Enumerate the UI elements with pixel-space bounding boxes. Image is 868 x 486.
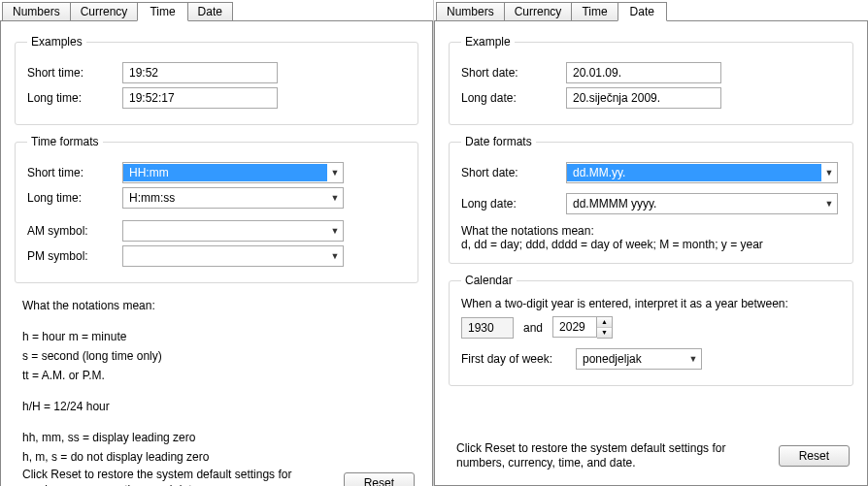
pm-symbol-combo[interactable]: ▼ (122, 245, 344, 267)
examples-group: Examples Short time: Long time: (15, 35, 418, 125)
long-date-format-combo[interactable]: dd.MMMM yyyy.▼ (566, 193, 838, 214)
long-date-label: Long date: (461, 91, 566, 105)
year-from-field (461, 317, 514, 339)
year-to-field[interactable] (552, 316, 597, 338)
right-pane: Numbers Currency Time Date Example Short… (434, 0, 868, 486)
date-notation-line: d, dd = day; ddd, dddd = day of week; M … (461, 238, 841, 251)
long-date-format-label: Long date: (461, 197, 566, 211)
short-date-format-label: Short date: (461, 166, 566, 179)
tab-content-time: Examples Short time: Long time: Time for… (0, 20, 433, 486)
two-digit-year-label: When a two-digit year is entered, interp… (461, 297, 841, 310)
tab-numbers[interactable]: Numbers (2, 2, 71, 21)
date-formats-legend: Date formats (461, 135, 536, 148)
am-symbol-combo[interactable]: ▼ (122, 220, 344, 242)
first-day-label: First day of week: (461, 352, 576, 366)
short-date-example (566, 62, 721, 83)
chevron-down-icon: ▼ (821, 168, 837, 178)
short-date-format-combo[interactable]: dd.MM.yy.▼ (566, 162, 838, 183)
chevron-down-icon: ▼ (821, 199, 837, 209)
long-time-format-combo[interactable]: H:mm:ss▼ (122, 187, 344, 209)
chevron-down-icon: ▼ (327, 168, 343, 178)
short-time-format-combo[interactable]: HH:mm▼ (122, 162, 344, 183)
chevron-down-icon: ▼ (327, 226, 343, 236)
tab-currency[interactable]: Currency (70, 2, 139, 21)
long-time-label: Long time: (27, 91, 122, 105)
long-time-example (122, 87, 278, 109)
example-group: Example Short date: Long date: (449, 35, 853, 125)
time-formats-group: Time formats Short time: HH:mm▼ Long tim… (15, 135, 418, 283)
tab-date[interactable]: Date (187, 2, 233, 21)
chevron-down-icon: ▼ (685, 354, 701, 364)
date-notation-title: What the notations mean: (461, 224, 841, 238)
am-symbol-label: AM symbol: (27, 224, 122, 238)
short-time-example (122, 62, 278, 83)
chevron-down-icon: ▼ (327, 251, 343, 261)
tab-time[interactable]: Time (137, 2, 187, 21)
long-date-example (566, 87, 721, 109)
reset-button[interactable]: Reset (779, 445, 850, 467)
time-formats-legend: Time formats (27, 135, 103, 148)
first-day-combo[interactable]: ponedjeljak▼ (576, 348, 702, 370)
tab-strip: Numbers Currency Time Date (436, 1, 868, 20)
pm-symbol-label: PM symbol: (27, 249, 122, 263)
chevron-down-icon: ▼ (327, 193, 343, 203)
reset-hint: Click Reset to restore the system defaul… (456, 441, 779, 471)
example-legend: Example (461, 35, 515, 49)
reset-button[interactable]: Reset (344, 472, 415, 486)
year-to-spinner[interactable]: ▲▼ (552, 316, 613, 339)
tab-strip: Numbers Currency Time Date (2, 1, 433, 20)
calendar-group: Calendar When a two-digit year is entere… (449, 274, 853, 386)
short-time-format-label: Short time: (27, 166, 122, 179)
short-date-label: Short date: (461, 66, 566, 80)
short-time-label: Short time: (27, 66, 122, 80)
tab-content-date: Example Short date: Long date: Date form… (434, 20, 868, 486)
calendar-legend: Calendar (461, 274, 517, 287)
notation-help: What the notations mean: h = hour m = mi… (22, 295, 418, 468)
and-label: and (523, 321, 543, 335)
tab-date[interactable]: Date (618, 2, 667, 21)
long-time-format-label: Long time: (27, 191, 122, 205)
tab-time[interactable]: Time (571, 2, 618, 21)
reset-hint: Click Reset to restore the system defaul… (22, 468, 344, 486)
left-pane: Numbers Currency Time Date Examples Shor… (0, 0, 434, 486)
tab-currency[interactable]: Currency (504, 2, 573, 21)
spin-up-icon[interactable]: ▲ (597, 317, 612, 328)
date-formats-group: Date formats Short date: dd.MM.yy.▼ Long… (449, 135, 853, 264)
examples-legend: Examples (27, 35, 86, 49)
spin-down-icon[interactable]: ▼ (597, 328, 612, 338)
tab-numbers[interactable]: Numbers (436, 2, 505, 21)
